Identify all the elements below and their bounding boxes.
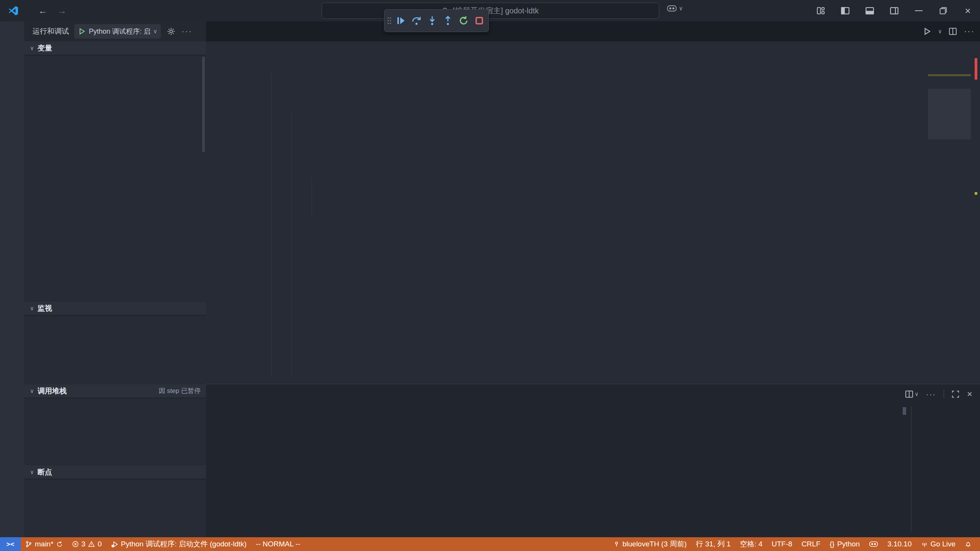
run-python-file-icon[interactable] xyxy=(923,27,931,36)
toggle-secondary-sidebar-icon[interactable] xyxy=(882,0,906,21)
status-right: blueloveTH (3 周前) 行 31, 列 1 空格: 4 UTF-8 … xyxy=(609,537,976,551)
indent-guide xyxy=(271,73,271,376)
debug-toolbar xyxy=(384,9,489,32)
chevron-down-icon: ∨ xyxy=(154,28,157,35)
pause-reason-label: 因 step 已暂停 xyxy=(158,386,201,395)
broadcast-icon xyxy=(921,541,928,548)
chevron-down-icon: ∨ xyxy=(679,5,683,12)
toolbar-grip-icon[interactable] xyxy=(387,16,392,25)
titlebar: ← → [扩展开发宿主] godot-ldtk ∨ xyxy=(0,0,980,21)
minimap-slider[interactable] xyxy=(928,89,971,139)
minimap[interactable] xyxy=(928,55,971,384)
bottom-panel: ∨ ··· × xyxy=(206,384,980,537)
warnings-icon xyxy=(88,541,95,548)
breakpoints-section-header[interactable]: ∨ 断点 xyxy=(24,465,206,479)
split-editor-icon[interactable] xyxy=(949,27,957,36)
debug-sidebar: ∨ 变量 ∨ 监视 ∨ 调用堆栈 因 step 已暂停 ∨ 断点 xyxy=(24,41,206,537)
maximize-panel-icon[interactable] xyxy=(952,390,959,398)
vscode-window: ← → [扩展开发宿主] godot-ldtk ∨ xyxy=(0,0,980,551)
watch-section-header[interactable]: ∨ 监视 xyxy=(24,302,206,315)
author-icon xyxy=(613,541,620,548)
remote-indicator[interactable]: >< xyxy=(0,537,21,551)
debug-session-item[interactable]: Python 调试程序: 启动文件 (godot-ldtk) xyxy=(106,537,251,551)
vscode-logo-icon xyxy=(8,6,18,16)
divider xyxy=(944,390,944,398)
code-editor[interactable] xyxy=(206,55,980,384)
git-branch-icon xyxy=(25,541,32,548)
breadcrumb xyxy=(206,41,980,55)
debug-config-dropdown[interactable]: Python 调试程序: 启 ∨ xyxy=(74,24,161,39)
breakpoints-list xyxy=(24,479,206,537)
debug-restart-button[interactable] xyxy=(457,14,470,27)
go-live-item[interactable]: Go Live xyxy=(916,537,960,551)
problems-item[interactable]: 3 0 xyxy=(67,537,106,551)
sidebar-scrollbar[interactable] xyxy=(202,57,205,152)
cursor-position-item[interactable]: 行 31, 列 1 xyxy=(691,537,735,551)
minimize-icon[interactable] xyxy=(906,0,931,21)
notifications-item[interactable] xyxy=(960,537,976,551)
debug-more-actions-icon[interactable]: ··· xyxy=(181,26,192,36)
language-item[interactable]: {}Python xyxy=(825,537,864,551)
customize-layout-icon[interactable] xyxy=(808,0,833,21)
errors-icon xyxy=(72,541,79,548)
close-window-icon[interactable]: × xyxy=(956,0,980,21)
run-dropdown-chevron-icon[interactable]: ∨ xyxy=(938,28,942,35)
blame-item[interactable]: blueloveTH (3 周前) xyxy=(609,537,691,551)
status-bar: >< main* 3 0 Python 调试程序: 启动文件 (godo xyxy=(0,537,980,551)
variables-tree xyxy=(24,55,206,302)
activity-bar xyxy=(0,21,24,537)
vim-mode-item[interactable]: -- NORMAL -- xyxy=(251,537,305,551)
debug-step-over-button[interactable] xyxy=(410,14,423,27)
panel-more-actions-icon[interactable]: ··· xyxy=(926,390,936,399)
nav-history: ← → xyxy=(38,5,67,16)
command-center[interactable]: [扩展开发宿主] godot-ldtk xyxy=(322,3,659,19)
minimap-current-line xyxy=(928,74,971,76)
branch-item[interactable]: main* xyxy=(21,537,67,551)
toggle-panel-icon[interactable] xyxy=(858,0,882,21)
split-terminal-icon[interactable]: ∨ xyxy=(905,390,918,398)
run-and-debug-label: 运行和调试 xyxy=(33,26,69,36)
python-version-item[interactable]: 3.10.10 xyxy=(883,537,916,551)
copilot-icon xyxy=(869,541,878,548)
close-panel-icon[interactable]: × xyxy=(967,389,972,399)
error-marker xyxy=(975,58,977,80)
debug-continue-button[interactable] xyxy=(394,14,407,27)
eol-item[interactable]: CRLF xyxy=(797,537,825,551)
window-controls: × xyxy=(808,0,980,21)
debug-stop-button[interactable] xyxy=(473,14,486,27)
debug-view-header: 运行和调试 Python 调试程序: 启 ∨ ··· xyxy=(24,21,206,41)
indentation-item[interactable]: 空格: 4 xyxy=(735,537,767,551)
copilot-status-item[interactable] xyxy=(864,537,883,551)
panel-actions: ∨ ··· × xyxy=(905,384,972,404)
bell-icon xyxy=(965,541,972,548)
panel-scrollbar[interactable] xyxy=(903,407,906,415)
indent-guide xyxy=(291,112,292,376)
sync-icon xyxy=(56,541,63,548)
copilot-icon xyxy=(667,5,677,12)
current-line-marker xyxy=(975,192,977,195)
chevron-down-icon: ∨ xyxy=(30,388,34,395)
chevron-down-icon: ∨ xyxy=(30,469,34,476)
debug-icon xyxy=(111,541,118,548)
chevron-down-icon: ∨ xyxy=(30,305,34,312)
chevron-down-icon: ∨ xyxy=(915,391,918,398)
start-debug-icon xyxy=(78,28,86,35)
editor-actions: ∨ ··· xyxy=(923,21,975,41)
restore-icon[interactable] xyxy=(931,0,956,21)
debug-settings-gear-icon[interactable] xyxy=(167,27,175,36)
callstack-section-header[interactable]: ∨ 调用堆栈 因 step 已暂停 xyxy=(24,384,206,398)
editor-more-actions-icon[interactable]: ··· xyxy=(964,26,975,36)
toggle-sidebar-icon[interactable] xyxy=(833,0,858,21)
debug-step-into-button[interactable] xyxy=(426,14,439,27)
nav-back-icon[interactable]: ← xyxy=(38,5,47,16)
nav-forward-icon[interactable]: → xyxy=(57,5,67,16)
overview-ruler xyxy=(971,55,980,384)
editor-tabs xyxy=(206,21,980,41)
variables-section-header[interactable]: ∨ 变量 xyxy=(24,41,206,55)
divider xyxy=(911,406,911,532)
indent-guide xyxy=(312,178,312,218)
encoding-item[interactable]: UTF-8 xyxy=(767,537,797,551)
copilot-button[interactable]: ∨ xyxy=(667,5,683,12)
chevron-down-icon: ∨ xyxy=(30,45,34,52)
debug-step-out-button[interactable] xyxy=(441,14,454,27)
